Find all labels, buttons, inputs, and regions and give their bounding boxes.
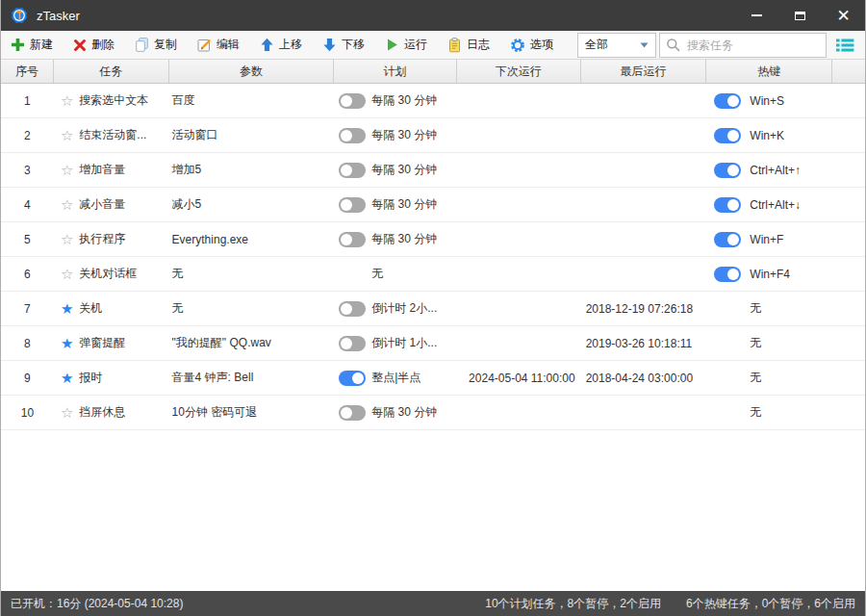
row-number: 5	[1, 222, 54, 256]
star-icon[interactable]: ☆	[61, 267, 73, 281]
plan-toggle[interactable]	[339, 232, 366, 247]
column-header-spacer	[832, 60, 865, 83]
toolbar-button-copy[interactable]: 复制	[135, 37, 177, 53]
search-input[interactable]	[685, 38, 820, 53]
plan-text: 倒计时 2小...	[371, 300, 437, 317]
row-spacer	[832, 396, 865, 429]
toolbar-button-log[interactable]: 日志	[447, 37, 490, 53]
toolbar-button-plus[interactable]: 新建	[11, 37, 53, 53]
plan-toggle[interactable]	[339, 336, 366, 351]
row-number: 8	[1, 326, 54, 360]
plan-text: 每隔 30 分钟	[371, 196, 437, 213]
column-header[interactable]: 热键	[706, 60, 832, 83]
plan-text: 整点|半点	[371, 370, 420, 386]
plan-toggle[interactable]	[339, 405, 366, 421]
move-down-icon	[322, 38, 337, 52]
hotkey-toggle[interactable]	[714, 163, 741, 178]
edit-icon	[197, 38, 212, 52]
column-header[interactable]: 序号	[1, 60, 54, 83]
maximize-button[interactable]	[778, 0, 822, 31]
options-icon	[510, 38, 525, 53]
toolbar-button-label: 编辑	[216, 37, 240, 53]
row-spacer	[832, 361, 865, 395]
column-header[interactable]: 最后运行	[581, 60, 707, 83]
svg-text:T: T	[16, 11, 22, 21]
table-row[interactable]: 8★弹窗提醒"我的提醒" QQ.wav倒计时 1小...2019-03-26 1…	[1, 326, 865, 361]
hotkey-text: Win+K	[750, 129, 784, 142]
plan-toggle[interactable]	[339, 197, 366, 213]
task-params: 增加5	[169, 153, 335, 187]
table-row[interactable]: 5☆执行程序Everything.exe每隔 30 分钟Win+F	[1, 222, 865, 257]
toolbar-button-run[interactable]: 运行	[385, 37, 427, 53]
row-spacer	[832, 292, 865, 325]
last-run	[581, 84, 707, 117]
plan-toggle[interactable]	[339, 93, 366, 109]
row-number: 3	[1, 153, 54, 187]
star-icon[interactable]: ☆	[61, 405, 73, 420]
star-icon[interactable]: ☆	[61, 128, 73, 142]
star-icon[interactable]: ☆	[61, 93, 73, 108]
hotkey-toggle[interactable]	[714, 93, 741, 109]
column-header[interactable]: 计划	[334, 60, 457, 83]
table-row[interactable]: 4☆减小音量减小5每隔 30 分钟Ctrl+Alt+↓	[1, 188, 865, 222]
row-number: 10	[1, 396, 54, 429]
toolbar-button-move-up[interactable]: 上移	[260, 37, 302, 53]
search-box[interactable]	[659, 33, 827, 58]
toolbar-button-label: 上移	[279, 37, 302, 53]
star-icon[interactable]: ☆	[61, 232, 73, 246]
next-run	[457, 326, 581, 360]
toolbar-button-edit[interactable]: 编辑	[197, 37, 240, 53]
row-number: 1	[1, 84, 54, 117]
star-icon[interactable]: ☆	[61, 197, 73, 212]
hotkey-text: Ctrl+Alt+↑	[750, 164, 801, 177]
task-params: Everything.exe	[169, 222, 335, 256]
table-row[interactable]: 9★报时音量4 钟声: Bell整点|半点2024-05-04 11:00:00…	[1, 361, 865, 396]
star-icon[interactable]: ★	[61, 336, 73, 350]
table-row[interactable]: 6☆关机对话框无无Win+F4	[1, 257, 865, 292]
toolbar-button-delete[interactable]: 删除	[73, 37, 115, 53]
hotkey-toggle[interactable]	[714, 267, 741, 282]
task-params: 音量4 钟声: Bell	[169, 361, 335, 395]
hotkey-toggle[interactable]	[714, 128, 741, 143]
app-window: T zTasker ✕ 新建删除复制编辑上移下移运行日志选项 全部	[0, 0, 866, 616]
table-row[interactable]: 10☆挡屏休息10分钟 密码可退每隔 30 分钟无	[1, 396, 865, 430]
hotkey-text: Win+S	[750, 94, 784, 108]
column-header[interactable]: 下次运行	[457, 60, 581, 83]
table-row[interactable]: 2☆结束活动窗...活动窗口每隔 30 分钟Win+K	[1, 118, 865, 153]
close-button[interactable]: ✕	[822, 0, 865, 31]
plan-toggle[interactable]	[339, 163, 366, 178]
toolbar-button-options[interactable]: 选项	[510, 37, 553, 53]
hotkey-toggle[interactable]	[714, 232, 741, 247]
column-header[interactable]: 参数	[169, 60, 335, 83]
column-header[interactable]: 任务	[54, 60, 169, 83]
task-name: 搜索选中文本	[79, 92, 148, 109]
task-name: 弹窗提醒	[79, 335, 125, 351]
plan-text: 每隔 30 分钟	[371, 162, 437, 178]
row-spacer	[832, 222, 865, 256]
toolbar-button-label: 日志	[467, 37, 490, 53]
table-row[interactable]: 3☆增加音量增加5每隔 30 分钟Ctrl+Alt+↑	[1, 153, 865, 188]
plan-toggle[interactable]	[339, 128, 366, 143]
last-run	[581, 188, 707, 221]
delete-icon	[73, 38, 87, 52]
plan-toggle[interactable]	[339, 301, 366, 317]
plan-toggle[interactable]	[339, 371, 366, 386]
star-icon[interactable]: ☆	[61, 163, 73, 177]
plan-tasks-summary: 10个计划任务，8个暂停，2个启用	[485, 596, 661, 612]
table-row[interactable]: 7★关机无倒计时 2小...2018-12-19 07:26:18无	[1, 292, 865, 326]
hotkey-toggle[interactable]	[714, 197, 741, 213]
search-icon	[666, 38, 680, 52]
minimize-button[interactable]	[735, 0, 778, 31]
star-icon[interactable]: ★	[61, 371, 73, 385]
row-number: 2	[1, 118, 54, 152]
filter-dropdown[interactable]: 全部	[577, 33, 656, 58]
toolbar-button-move-down[interactable]: 下移	[322, 37, 365, 53]
view-list-button[interactable]	[832, 33, 857, 58]
hotkey-tasks-summary: 6个热键任务，0个暂停，6个启用	[686, 596, 855, 612]
star-icon[interactable]: ★	[61, 301, 73, 316]
hotkey-text: Win+F	[750, 233, 783, 246]
table-row[interactable]: 1☆搜索选中文本百度每隔 30 分钟Win+S	[1, 84, 865, 118]
last-run	[581, 222, 707, 256]
next-run	[457, 188, 581, 221]
task-name: 关机对话框	[79, 266, 137, 282]
